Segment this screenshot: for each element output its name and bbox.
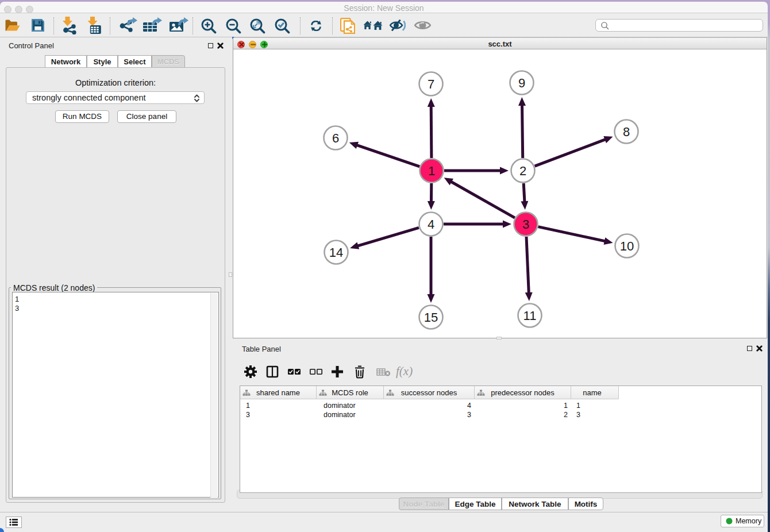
svg-text:2: 2 <box>519 164 526 178</box>
svg-text:11: 11 <box>523 309 537 323</box>
svg-text:4: 4 <box>428 217 434 232</box>
svg-text:10: 10 <box>620 239 634 253</box>
svg-text:14: 14 <box>329 245 343 260</box>
svg-text:3: 3 <box>522 217 529 232</box>
svg-text:6: 6 <box>332 131 339 145</box>
svg-text:9: 9 <box>518 76 525 90</box>
svg-text:1: 1 <box>428 164 435 178</box>
svg-text:8: 8 <box>623 125 630 139</box>
svg-text:15: 15 <box>424 310 438 325</box>
svg-text:7: 7 <box>428 77 434 91</box>
